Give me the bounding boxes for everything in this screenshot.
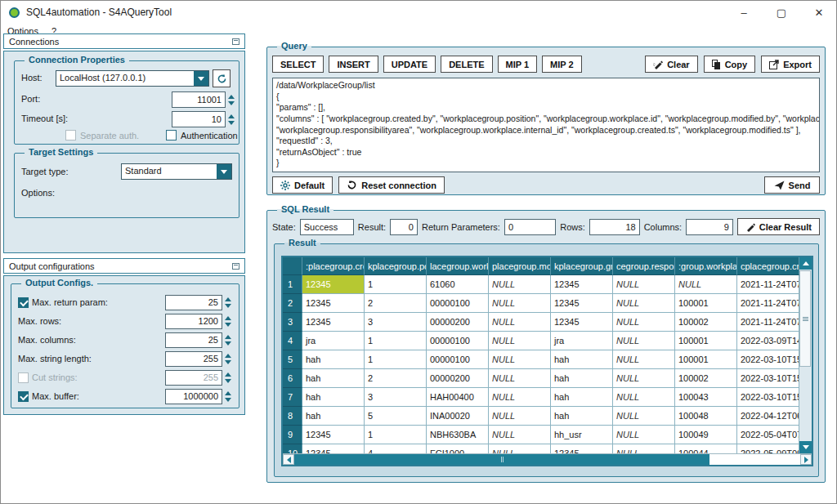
table-cell[interactable]: NULL [613,388,675,407]
table-cell[interactable]: 2021-11-24T07:... [737,275,799,294]
table-cell[interactable]: hah [551,369,613,388]
table-cell[interactable]: 2021-11-24T07:... [737,313,799,332]
host-select[interactable]: LocalHost (127.0.0.1) [56,70,209,87]
table-cell[interactable]: hah [551,407,613,426]
table-cell[interactable]: NULL [489,350,551,369]
table-cell[interactable]: 00000200 [427,369,489,388]
query-type-button-update[interactable]: UPDATE [383,56,436,73]
output-config-checkbox[interactable] [18,297,29,308]
clear-result-button[interactable]: Clear Result [737,218,820,235]
reset-connection-button[interactable]: Reset connection [338,176,445,194]
maximize-button[interactable]: ▢ [763,1,800,24]
table-cell[interactable]: 12345 [551,444,613,453]
row-number-cell[interactable]: 7 [283,388,302,407]
table-cell[interactable]: 12345 [551,275,613,294]
scroll-up-icon[interactable] [799,257,812,270]
table-cell[interactable]: 4 [365,444,427,453]
spinner-arrows-icon[interactable] [222,354,234,364]
port-value[interactable]: 11001 [172,91,226,108]
spinner-arrows-icon[interactable] [222,372,234,383]
table-cell[interactable]: 2022-05-09T09:... [737,444,799,453]
chevron-down-icon[interactable] [194,71,208,86]
table-cell[interactable]: 12345 [551,294,613,313]
table-cell[interactable]: NULL [489,444,551,453]
output-config-value[interactable]: 255 [165,370,222,386]
table-column-header[interactable]: cegroup.responsib [613,257,675,275]
close-button[interactable]: ✕ [800,1,837,24]
table-cell[interactable]: 61060 [427,275,489,294]
row-number-cell[interactable]: 2 [283,294,302,313]
query-editor[interactable]: /data/WorkplaceGroup/list { "params" : [… [272,78,820,172]
table-cell[interactable]: 100001 [675,332,737,350]
table-cell[interactable]: 2022-04-12T06:... [737,407,799,426]
table-cell[interactable]: 2022-05-04T07:... [737,426,799,444]
output-panel-header[interactable]: Output configurations [3,258,245,274]
query-type-button-mip-1[interactable]: MIP 1 [498,56,538,73]
table-column-header[interactable]: :placegroup.create [302,257,365,275]
table-cell[interactable]: NULL [613,294,675,313]
columns-field[interactable]: 9 [686,219,733,235]
table-cell[interactable]: 1 [365,275,427,294]
table-cell[interactable]: 100002 [675,369,737,388]
table-cell[interactable]: 2022-03-10T15:... [737,350,799,369]
table-column-header[interactable]: cplacegroup.creat [737,257,799,275]
send-button[interactable]: Send [764,176,820,194]
minimize-button[interactable]: – [725,1,763,24]
table-cell[interactable]: NULL [489,332,551,350]
table-cell[interactable]: 2022-03-09T14:... [737,332,799,350]
table-cell[interactable]: hh_usr [551,426,613,444]
output-config-spinner[interactable]: 25 [165,332,234,348]
table-cell[interactable]: 12345 [302,444,365,453]
table-column-header[interactable]: :group.workplace.i [675,257,737,275]
output-config-spinner[interactable]: 1000000 [165,389,234,404]
horizontal-scroll-track[interactable] [709,454,800,465]
state-field[interactable]: Success [300,219,354,235]
table-cell[interactable]: 1 [365,350,427,369]
table-cell[interactable]: 00000100 [427,332,489,350]
output-config-checkbox[interactable] [18,391,29,402]
horizontal-scroll-thumb[interactable] [294,454,709,465]
row-number-cell[interactable]: 8 [283,407,302,426]
spinner-arrows-icon[interactable] [226,114,237,125]
table-cell[interactable]: 1 [365,426,427,444]
table-cell[interactable]: 00000100 [427,350,489,369]
table-cell[interactable]: INA00020 [427,407,489,426]
table-cell[interactable]: NULL [613,407,675,426]
table-cell[interactable]: 12345 [551,313,613,332]
output-config-value[interactable]: 1200 [165,314,222,329]
output-config-spinner[interactable]: 1200 [165,314,234,329]
table-cell[interactable]: 2021-11-24T07:... [737,294,799,313]
table-cell[interactable]: NULL [489,426,551,444]
table-cell[interactable]: NULL [613,350,675,369]
table-column-header[interactable]: kplacegroup.posit [365,257,427,275]
table-cell[interactable]: 00000200 [427,313,489,332]
spinner-arrows-icon[interactable] [226,95,237,105]
table-cell[interactable]: 2 [365,294,427,313]
table-cell[interactable]: NULL [613,369,675,388]
row-number-cell[interactable]: 9 [283,426,302,444]
output-config-spinner[interactable]: 255 [165,351,234,367]
output-config-value[interactable]: 25 [165,332,222,348]
table-cell[interactable]: 100049 [675,426,737,444]
table-cell[interactable]: FCI1000 [427,444,489,453]
table-cell[interactable]: 3 [365,388,427,407]
query-type-button-select[interactable]: SELECT [272,56,324,73]
table-cell[interactable]: 3 [365,313,427,332]
table-column-header[interactable]: lacegroup.workpl [427,257,489,275]
table-cell[interactable]: 2022-03-10T15:... [737,369,799,388]
table-column-header[interactable]: placegroup.modifi [489,257,551,275]
scroll-right-icon[interactable] [800,454,812,465]
export-button[interactable]: Export [761,56,820,73]
connections-panel-header[interactable]: Connections [3,33,245,49]
timeout-value[interactable]: 10 [172,111,226,127]
row-number-cell[interactable]: 6 [283,369,302,388]
row-number-cell[interactable]: 4 [283,332,302,350]
row-number-cell[interactable]: 5 [283,350,302,369]
spinner-arrows-icon[interactable] [222,391,234,402]
float-panel-icon[interactable] [232,263,239,270]
output-config-value[interactable]: 255 [165,351,222,367]
table-corner-cell[interactable] [283,257,302,275]
table-cell[interactable]: NULL [489,388,551,407]
table-cell[interactable]: NULL [489,369,551,388]
table-cell[interactable]: 100044 [675,444,737,453]
